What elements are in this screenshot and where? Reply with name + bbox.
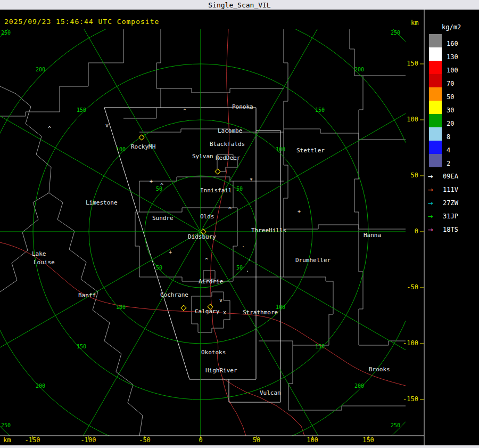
- bottom-axis-tick-label: -150: [25, 437, 40, 444]
- city-label: RockyMH: [131, 144, 155, 150]
- range-ring-label: 100: [116, 147, 126, 152]
- city-label: Sundre: [152, 215, 174, 221]
- city-label: Didsbury: [188, 234, 216, 240]
- bottom-axis-tick-label: 100: [307, 437, 318, 444]
- storm-cell-marker: v: [219, 298, 222, 303]
- track-id-label: 09EA: [443, 173, 458, 180]
- scale-value-label: 100: [447, 67, 458, 74]
- storm-cell-marker: *: [250, 178, 253, 183]
- color-swatch: [429, 74, 442, 87]
- storm-cell-marker: ^: [160, 183, 163, 189]
- track-arrow-icon: →: [428, 225, 443, 234]
- city-label: Louise: [34, 259, 55, 265]
- color-scale-row: 70: [429, 74, 477, 87]
- city-label: Okotoks: [201, 349, 226, 355]
- bottom-axis-tick-label: -100: [81, 437, 96, 444]
- color-swatch: [429, 127, 442, 141]
- scale-value-label: 20: [447, 120, 454, 127]
- radar-map-canvas: [0, 0, 479, 448]
- range-ring-label: 150: [315, 108, 325, 113]
- range-ring-label: 200: [354, 67, 364, 72]
- range-ring-label: 50: [236, 265, 243, 271]
- range-ring-label: 250: [1, 423, 11, 428]
- city-label: Strathmore: [243, 309, 278, 315]
- storm-cell-marker: ·: [248, 258, 251, 263]
- storm-cell-marker: ^: [183, 109, 186, 114]
- city-label: HighRiver: [205, 368, 237, 373]
- right-axis-tick-label: 100: [397, 116, 418, 123]
- city-label: Cochrane: [160, 292, 188, 298]
- storm-track-row: → 18TS: [428, 223, 458, 236]
- right-axis-tick-label: 50: [397, 172, 418, 179]
- storm-cell-marker: x: [223, 310, 226, 315]
- color-swatch: [429, 114, 442, 127]
- color-swatch: [429, 87, 442, 101]
- color-scale-row: 160: [429, 34, 477, 47]
- range-ring-label: 200: [36, 67, 45, 72]
- range-ring: [0, 0, 479, 448]
- storm-cell-marker: ^: [228, 207, 232, 213]
- storm-cell-marker: +: [298, 209, 301, 215]
- storm-cell-marker: ·: [242, 245, 245, 250]
- right-axis-tick-label: -50: [397, 284, 418, 291]
- storm-cell-marker: +: [169, 250, 172, 255]
- scale-value-label: 70: [447, 80, 454, 87]
- color-scale-row: 4: [429, 141, 477, 154]
- range-ring: [0, 8, 424, 448]
- color-scale-row: 100: [429, 61, 477, 74]
- color-scale-row: 2: [429, 154, 477, 167]
- city-label: Stettler: [296, 148, 325, 153]
- city-label: Olds: [200, 214, 214, 219]
- range-ring-label: 150: [77, 108, 86, 113]
- range-ring-label: 150: [77, 344, 86, 349]
- color-swatch: [429, 154, 442, 167]
- color-swatch: [429, 61, 442, 74]
- color-swatch: [429, 47, 442, 61]
- range-ring-label: 150: [315, 344, 325, 349]
- storm-cell-marker: +: [150, 179, 153, 184]
- city-label: Lacombe: [218, 128, 242, 134]
- range-ring-label: 100: [276, 147, 285, 152]
- scale-value-label: 50: [447, 94, 454, 101]
- range-ring-label: 200: [36, 384, 45, 389]
- scale-value-label: 4: [447, 147, 450, 154]
- bottom-axis-tick-label: 50: [253, 437, 260, 444]
- city-label: Calgary: [195, 308, 219, 314]
- city-label: Airdrie: [199, 279, 223, 284]
- storm-track-row: → 31JP: [428, 209, 458, 223]
- storm-track-row: → 09EA: [428, 169, 458, 183]
- bottom-axis-unit-label: km: [3, 437, 11, 444]
- track-id-label: 111V: [443, 186, 458, 193]
- city-label: Limestone: [86, 200, 118, 206]
- color-scale-row: 8: [429, 127, 477, 141]
- bottom-axis-tick-label: 0: [199, 437, 202, 444]
- color-swatch: [429, 101, 442, 114]
- storm-track-row: → 111V: [428, 183, 458, 196]
- scale-value-label: 30: [447, 107, 454, 114]
- bottom-status-strip: [0, 445, 479, 448]
- range-ring-label: 50: [236, 186, 243, 192]
- color-swatch: [429, 34, 442, 47]
- city-label: Sylvan: [192, 153, 213, 159]
- range-ring-label: 100: [116, 305, 126, 310]
- city-label: Drumheller: [295, 257, 331, 263]
- track-arrow-icon: →: [428, 199, 443, 207]
- scan-area-outlines: [104, 108, 280, 402]
- city-label: Ponoka: [232, 104, 253, 110]
- color-scale-row: 30: [429, 101, 477, 114]
- storm-cell-marker: ^: [48, 126, 51, 132]
- city-label: Hanna: [364, 232, 381, 238]
- color-swatch: [429, 141, 442, 154]
- scale-value-label: 160: [447, 40, 458, 47]
- right-axis-tick-label: 150: [397, 60, 418, 67]
- scale-value-label: 8: [447, 134, 450, 141]
- right-axis-tick-label: 0: [397, 228, 418, 235]
- range-ring-label: 250: [391, 423, 400, 428]
- right-axis-tick-label: -150: [397, 396, 418, 403]
- range-ring-label: 250: [1, 30, 11, 36]
- storm-track-row: → 27ZW: [428, 196, 458, 209]
- track-id-label: 31JP: [443, 213, 458, 220]
- track-arrow-icon: →: [428, 172, 443, 181]
- frame-lines: [0, 10, 424, 445]
- bottom-axis-tick-label: 150: [362, 437, 374, 444]
